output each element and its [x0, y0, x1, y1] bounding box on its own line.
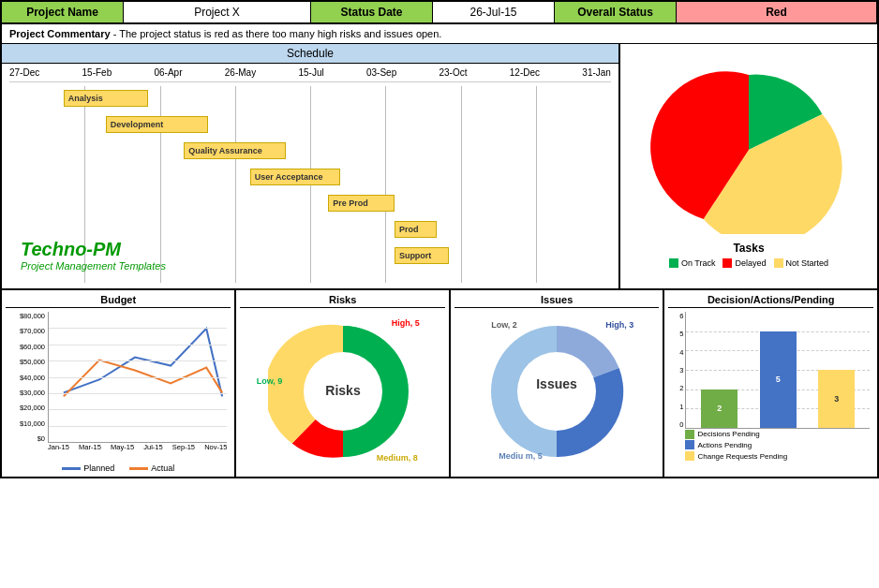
decisions-section: Decision/Actions/Pending 6 5 4 3 2 1 0: [663, 290, 877, 477]
overall-status-label: Overall Status: [555, 2, 677, 22]
gantt-bar-support: Support: [395, 247, 449, 264]
x-jan15: Jan-15: [48, 443, 69, 462]
y-0: $0: [6, 434, 45, 443]
bar-decisions: 2: [701, 390, 737, 428]
watermark: Techno-PM Project Management Templates: [13, 231, 173, 279]
bar-actions: 5: [760, 331, 797, 428]
legend-color-decisions: [685, 430, 694, 439]
x-mar15: Mar-15: [79, 443, 101, 462]
schedule-section: Schedule 27-Dec 15-Feb 06-Apr 26-May 15-…: [2, 44, 620, 288]
date-6: 23-Oct: [440, 67, 468, 78]
gantt-bar-prod: Prod: [395, 221, 437, 238]
date-3: 26-May: [225, 67, 256, 78]
bar-y-axis: 6 5 4 3 2 1 0: [668, 312, 685, 429]
legend-label-actions: Actions Pending: [697, 441, 752, 449]
risks-section: Risks: [235, 290, 450, 477]
issues-title: Issues: [454, 294, 660, 308]
risks-low-label: Low, 9: [257, 376, 283, 386]
date-2: 06-Apr: [155, 67, 183, 78]
status-date-value: 26-Jul-15: [433, 2, 555, 22]
bar-chart: 6 5 4 3 2 1 0 2: [668, 312, 873, 462]
legend-planned: Planned: [62, 463, 114, 473]
pie-chart-title: Tasks: [733, 242, 764, 255]
y-20k: $20,000: [6, 404, 45, 412]
risks-donut: Risks High, 5 Low, 9 Medium, 8: [240, 312, 445, 471]
h-grid-4: [49, 377, 227, 378]
y-50k: $50,000: [6, 358, 45, 366]
date-1: 15-Feb: [82, 67, 112, 78]
budget-legend: Planned Actual: [6, 463, 231, 473]
watermark-sub: Project Management Templates: [21, 260, 166, 272]
x-sep15: Sep-15: [172, 443, 195, 462]
risks-title: Risks: [240, 294, 445, 308]
h-grid-7: [49, 426, 227, 427]
issues-medium-label: Mediu m, 5: [499, 451, 543, 461]
grid-line-6: [536, 86, 537, 283]
y-60k: $60,000: [6, 343, 45, 351]
legend-actions: Actions Pending: [685, 440, 870, 449]
y-6: 6: [668, 312, 683, 320]
y-1: 1: [668, 403, 683, 411]
delayed-label: Delayed: [735, 258, 766, 268]
pie-section: Tasks On Track Delayed Not Started: [620, 44, 877, 288]
on-track-dot: [669, 258, 678, 268]
commentary-row: Project Commentary - The project status …: [2, 24, 877, 44]
gantt-bar-qa: Quality Assurance: [184, 142, 286, 159]
y-70k: $70,000: [6, 327, 45, 335]
x-jul15: Jul-15: [143, 443, 162, 462]
legend-label-decisions: Decisions Pending: [697, 430, 759, 438]
bar-changes: 3: [818, 370, 855, 428]
status-date-label: Status Date: [311, 2, 433, 22]
budget-section: Budget $80,000 $70,000 $60,000 $50,000 $…: [2, 290, 235, 477]
gantt-bar-ua: User Acceptance: [250, 169, 340, 185]
risks-center-label: Risks: [325, 383, 361, 398]
y-4: 4: [668, 348, 683, 357]
issues-center-label: Issues: [536, 376, 577, 391]
y-2: 2: [668, 384, 683, 392]
on-track-label: On Track: [681, 258, 716, 268]
budget-y-axis: $80,000 $70,000 $60,000 $50,000 $40,000 …: [6, 312, 48, 443]
date-0: 27-Dec: [9, 67, 39, 78]
grid-line-5: [461, 86, 462, 283]
budget-x-labels: Jan-15 Mar-15 May-15 Jul-15 Sep-15 Nov-1…: [48, 443, 227, 462]
issues-donut-svg: Issues: [482, 316, 632, 466]
issues-high-label: High, 3: [605, 320, 633, 330]
legend-label-changes: Change Requests Pending: [697, 452, 787, 461]
main-content: Schedule 27-Dec 15-Feb 06-Apr 26-May 15-…: [2, 44, 877, 290]
donut-hole-issues: [517, 352, 596, 431]
legend-color-actions: [685, 440, 694, 449]
date-8: 31-Jan: [582, 67, 611, 78]
watermark-title: Techno-PM: [21, 239, 166, 260]
risks-high-label: High, 5: [392, 318, 420, 328]
header-row: Project Name Project X Status Date 26-Ju…: [2, 2, 877, 24]
legend-delayed: Delayed: [723, 258, 766, 268]
commentary-text: - The project status is red as there too…: [111, 28, 442, 39]
h-grid-3: [49, 360, 227, 361]
y-5: 5: [668, 330, 683, 338]
gantt-bar-development: Development: [106, 116, 208, 133]
delayed-dot: [723, 258, 732, 268]
planned-line-indicator: [62, 467, 81, 470]
h-grid-6: [49, 409, 227, 410]
dashboard: Project Name Project X Status Date 26-Ju…: [0, 0, 879, 478]
overall-status-value: Red: [677, 2, 877, 22]
gantt-bars-container: Analysis Development Quality Assurance U…: [9, 86, 611, 283]
legend-decisions: Decisions Pending: [685, 430, 870, 439]
legend-changes: Change Requests Pending: [685, 451, 870, 461]
gantt-bar-preprod: Pre Prod: [328, 195, 395, 212]
legend-not-started: Not Started: [774, 258, 829, 268]
date-5: 03-Sep: [366, 67, 396, 78]
actual-line-indicator: [129, 467, 148, 470]
project-name-label: Project Name: [2, 2, 124, 22]
legend-on-track: On Track: [669, 258, 716, 268]
commentary-label: Project Commentary: [9, 28, 111, 39]
h-grid-1: [49, 328, 227, 329]
bar-legend: Decisions Pending Actions Pending Change…: [685, 429, 870, 462]
issues-low-label: Low, 2: [491, 320, 517, 330]
gantt-dates: 27-Dec 15-Feb 06-Apr 26-May 15-Jul 03-Se…: [9, 67, 611, 82]
not-started-dot: [774, 258, 783, 268]
project-name-value: Project X: [124, 2, 311, 22]
y-30k: $30,000: [6, 389, 45, 397]
legend-color-changes: [685, 451, 694, 461]
date-7: 12-Dec: [510, 67, 540, 78]
